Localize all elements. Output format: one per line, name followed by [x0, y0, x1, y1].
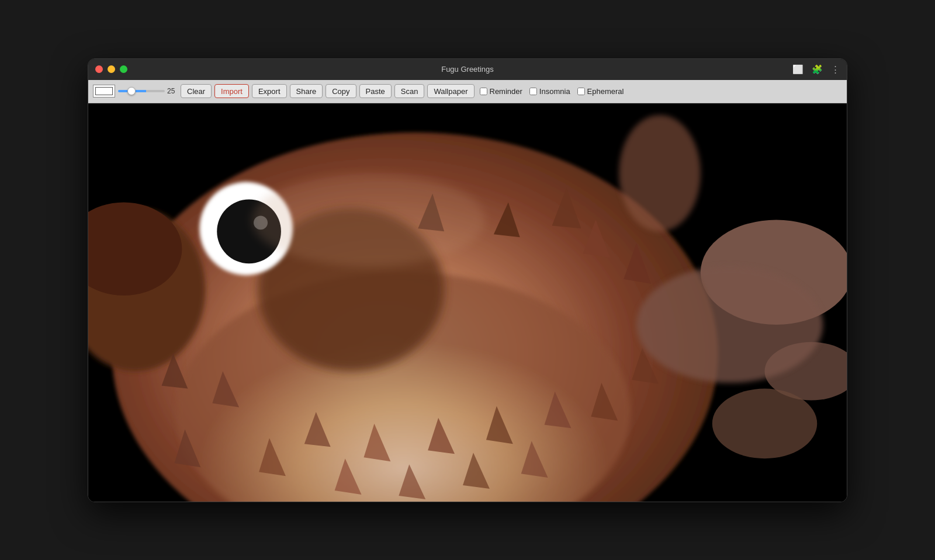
reminder-checkbox-label[interactable]: Reminder [480, 87, 522, 96]
wallpaper-button[interactable]: Wallpaper [427, 84, 474, 98]
copy-button[interactable]: Copy [325, 84, 356, 98]
window-title: Fugu Greetings [441, 65, 494, 74]
more-icon[interactable]: ⋮ [831, 64, 840, 75]
document-icon[interactable]: ⬜ [792, 64, 804, 75]
svg-point-33 [619, 114, 701, 231]
toolbar: 25 Clear Import Export Share Copy Paste … [88, 80, 847, 103]
reminder-checkbox[interactable] [480, 88, 487, 95]
import-button[interactable]: Import [214, 84, 249, 98]
insomnia-checkbox[interactable] [529, 88, 537, 95]
brush-preview-inner [95, 87, 113, 95]
puzzle-icon[interactable]: 🧩 [812, 64, 823, 75]
titlebar-actions: ⬜ 🧩 ⋮ [792, 64, 840, 75]
insomnia-checkbox-label[interactable]: Insomnia [529, 87, 570, 96]
brush-size-slider[interactable] [118, 90, 165, 92]
share-button[interactable]: Share [290, 84, 323, 98]
insomnia-label: Insomnia [539, 87, 570, 96]
paste-button[interactable]: Paste [359, 84, 392, 98]
reminder-label: Reminder [490, 87, 522, 96]
maximize-button[interactable] [120, 65, 127, 73]
clear-button[interactable]: Clear [181, 84, 212, 98]
svg-point-32 [712, 388, 817, 458]
export-button[interactable]: Export [252, 84, 287, 98]
slider-container: 25 [118, 87, 178, 95]
scan-button[interactable]: Scan [394, 84, 425, 98]
minimize-button[interactable] [108, 65, 115, 73]
slider-value: 25 [167, 87, 178, 95]
ephemeral-checkbox[interactable] [577, 88, 585, 95]
brush-preview [93, 85, 115, 98]
checkbox-group: Reminder Insomnia Ephemeral [480, 87, 624, 96]
traffic-lights [95, 65, 127, 73]
app-window: Fugu Greetings ⬜ 🧩 ⋮ 25 Clear Import Exp… [88, 58, 847, 502]
fugu-canvas[interactable] [88, 103, 847, 502]
canvas-area[interactable] [88, 103, 847, 502]
ephemeral-label: Ephemeral [587, 87, 624, 96]
close-button[interactable] [95, 65, 103, 73]
svg-point-31 [636, 266, 823, 382]
ephemeral-checkbox-label[interactable]: Ephemeral [577, 87, 624, 96]
svg-point-34 [252, 173, 485, 266]
titlebar: Fugu Greetings ⬜ 🧩 ⋮ [88, 59, 847, 80]
